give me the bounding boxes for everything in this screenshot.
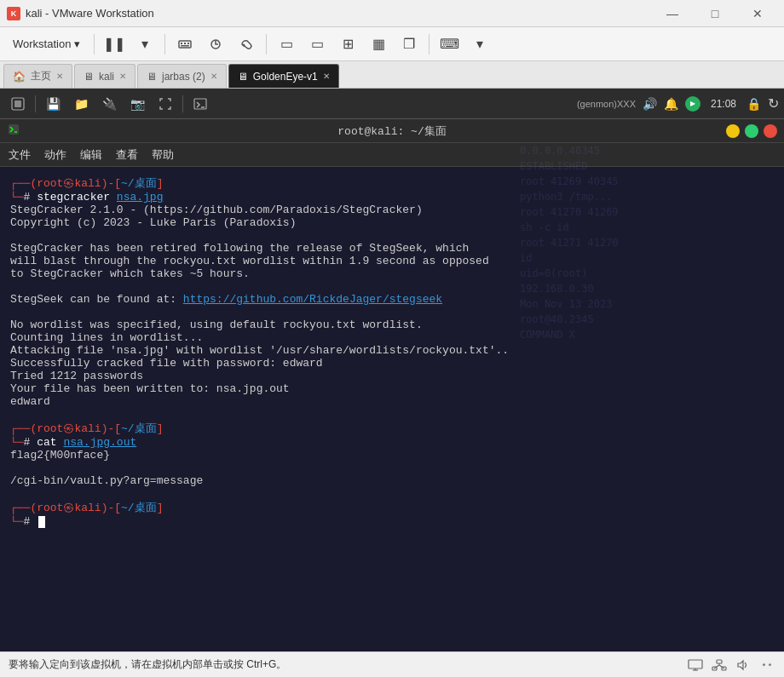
snapshot-button[interactable] bbox=[202, 32, 229, 57]
view-unity-button[interactable]: ⊞ bbox=[334, 32, 361, 57]
keyboard-icon bbox=[177, 37, 193, 52]
send-ctrlaltdel-button[interactable] bbox=[171, 32, 199, 57]
window-controls: — □ ✕ bbox=[653, 0, 777, 27]
output-13: edward bbox=[10, 395, 774, 408]
vm-disconnect-button[interactable]: 🔌 bbox=[96, 92, 122, 116]
volume-icon[interactable]: 🔊 bbox=[643, 97, 657, 111]
svg-rect-11 bbox=[689, 660, 702, 668]
menu-file[interactable]: 文件 bbox=[9, 147, 31, 163]
vm-snapshot-take-button[interactable]: 📷 bbox=[124, 92, 150, 116]
vm-tb-sep-2 bbox=[182, 95, 183, 112]
lock-icon[interactable]: 🔒 bbox=[747, 97, 761, 111]
terminal-minimize-btn[interactable]: – bbox=[726, 124, 740, 138]
terminal-min-area bbox=[7, 123, 20, 140]
power-status-icon[interactable]: ▶ bbox=[685, 96, 700, 112]
snapshot-icon bbox=[208, 37, 223, 52]
terminal-close-btn[interactable]: ✕ bbox=[764, 124, 777, 138]
kali-vm-icon: 🖥 bbox=[84, 71, 94, 83]
menu-edit[interactable]: 编辑 bbox=[80, 147, 102, 163]
tab-home-label: 主页 bbox=[31, 69, 51, 83]
workstation-menu-button[interactable]: Workstation ▾ bbox=[5, 32, 88, 57]
vm-resize-button[interactable] bbox=[153, 92, 178, 116]
toolbar-separator-2 bbox=[164, 34, 165, 55]
terminal-maximize-btn[interactable]: + bbox=[745, 124, 758, 138]
genmon-label: (genmon)XXX bbox=[577, 99, 636, 109]
prompt-line-1: ┌──(root㉿kali)-[~/桌面] bbox=[10, 175, 774, 191]
vm-console-button[interactable] bbox=[187, 92, 213, 116]
minimize-button[interactable]: — bbox=[653, 0, 692, 27]
tab-kali[interactable]: 🖥 kali ✕ bbox=[74, 64, 135, 88]
vm-folder-button[interactable]: 📁 bbox=[68, 92, 94, 116]
connect-icon bbox=[239, 37, 254, 52]
svg-rect-3 bbox=[187, 43, 189, 44]
clock: 21:08 bbox=[707, 98, 740, 110]
output-5: to StegCracker which takes ~5 hours. bbox=[10, 267, 774, 280]
pause-dropdown-button[interactable]: ▾ bbox=[131, 32, 159, 57]
view-option-button[interactable]: ▦ bbox=[365, 32, 392, 57]
toolbar: Workstation ▾ ❚❚ ▾ ▭ ▭ ⊞ ▦ ❐ ⌨ ▾ bbox=[0, 27, 784, 61]
status-bar-right: ⋆⋆ bbox=[687, 657, 775, 674]
vm-power-button[interactable] bbox=[5, 92, 31, 116]
toolbar-separator-4 bbox=[429, 34, 429, 55]
status-bar: 要将输入定向到该虚拟机，请在虚拟机内部单击或按 Ctrl+G。 ⋆⋆ bbox=[0, 651, 784, 677]
menu-view[interactable]: 查看 bbox=[116, 147, 138, 163]
notification-icon[interactable]: 🔔 bbox=[664, 97, 678, 111]
refresh-icon[interactable]: ↻ bbox=[768, 95, 779, 112]
tab-home[interactable]: 🏠 主页 ✕ bbox=[3, 64, 72, 88]
console-icon bbox=[193, 97, 207, 111]
tab-jarbas-close[interactable]: ✕ bbox=[210, 72, 217, 81]
sound-device-icon[interactable] bbox=[735, 657, 752, 674]
svg-rect-8 bbox=[14, 100, 21, 107]
network-icon[interactable] bbox=[711, 657, 728, 674]
output-11: Tried 1212 passwords bbox=[10, 370, 774, 382]
command-line-2: └─# cat nsa.jpg.out bbox=[10, 436, 774, 449]
title-bar: K kali - VMware Workstation — □ ✕ bbox=[0, 0, 784, 27]
output-12: Your file has been written to: nsa.jpg.o… bbox=[10, 382, 774, 395]
terminal[interactable]: 192.168.63.129 ... 0.0.0.0.40345 ESTABLI… bbox=[0, 119, 784, 651]
tab-jarbas[interactable]: 🖥 jarbas (2) ✕ bbox=[137, 64, 227, 88]
command-line-1: └─# stegcracker nsa.jpg bbox=[10, 191, 774, 204]
output-9: Attacking file 'nsa.jpg' with wordlist '… bbox=[10, 344, 774, 357]
enter-vm-button[interactable]: ⌨ bbox=[435, 32, 463, 57]
enter-dropdown-button[interactable]: ▾ bbox=[466, 32, 493, 57]
maximize-button[interactable]: □ bbox=[695, 0, 735, 27]
vm-tb-sep-1 bbox=[35, 95, 36, 112]
tab-goldeneye-close[interactable]: ✕ bbox=[323, 72, 330, 81]
close-button[interactable]: ✕ bbox=[738, 0, 777, 27]
power-icon bbox=[11, 97, 25, 111]
vm-status-area: (genmon)XXX 🔊 🔔 ▶ 21:08 🔒 ↻ bbox=[577, 95, 779, 112]
prompt-line-3: ┌──(root㉿kali)-[~/桌面] bbox=[10, 500, 774, 515]
tabs-bar: 🏠 主页 ✕ 🖥 kali ✕ 🖥 jarbas (2) ✕ 🖥 GoldenE… bbox=[0, 61, 784, 89]
svg-rect-2 bbox=[184, 43, 186, 44]
home-icon: 🏠 bbox=[13, 71, 26, 83]
window-title: kali - VMware Workstation bbox=[26, 7, 653, 20]
view-console-button[interactable]: ❐ bbox=[395, 32, 423, 57]
terminal-content[interactable]: ┌──(root㉿kali)-[~/桌面] └─# stegcracker ns… bbox=[0, 167, 784, 651]
view-normal-button[interactable]: ▭ bbox=[273, 32, 300, 57]
pause-button[interactable]: ❚❚ bbox=[101, 32, 128, 57]
svg-point-6 bbox=[243, 43, 245, 46]
view-full-button[interactable]: ▭ bbox=[303, 32, 331, 57]
stars-icon[interactable]: ⋆⋆ bbox=[758, 657, 775, 674]
output-2: Copyright (c) 2023 - Luke Paris (Paradox… bbox=[10, 216, 774, 229]
tab-home-close[interactable]: ✕ bbox=[56, 72, 63, 81]
terminal-icon bbox=[7, 123, 20, 136]
output-4: will blast through the rockyou.txt wordl… bbox=[10, 255, 774, 267]
menu-action[interactable]: 动作 bbox=[44, 147, 66, 163]
workstation-label: Workstation bbox=[13, 37, 71, 50]
vm-display-icon[interactable] bbox=[687, 657, 704, 674]
connect-button[interactable] bbox=[233, 32, 260, 57]
output-6: StegSeek can be found at: https://github… bbox=[10, 293, 774, 306]
tab-goldeneye[interactable]: 🖥 GoldenEye-v1 ✕ bbox=[228, 64, 339, 88]
vm-toolbar: 💾 📁 🔌 📷 (genmon)XXX 🔊 🔔 ▶ 21:08 🔒 ↻ bbox=[0, 89, 784, 119]
tab-kali-close[interactable]: ✕ bbox=[119, 72, 126, 81]
prompt-line-2: ┌──(root㉿kali)-[~/桌面] bbox=[10, 421, 774, 436]
sound-device-icon-svg bbox=[736, 659, 750, 671]
menu-help[interactable]: 帮助 bbox=[152, 147, 174, 163]
vm-removable-button[interactable]: 💾 bbox=[40, 92, 66, 116]
tab-jarbas-label: jarbas (2) bbox=[162, 71, 205, 83]
terminal-window-controls: – + ✕ bbox=[726, 124, 777, 138]
network-icon bbox=[712, 659, 727, 671]
output-3: StegCracker has been retired following t… bbox=[10, 242, 774, 255]
terminal-title: root@kali: ~/集面 bbox=[337, 123, 446, 139]
